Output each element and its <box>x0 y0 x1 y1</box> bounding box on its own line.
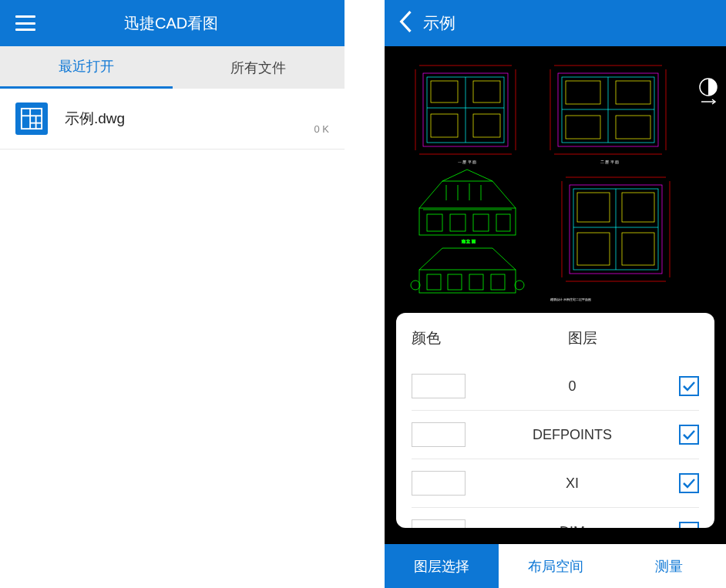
layer-row: DEFPOINTS <box>412 411 699 459</box>
right-phone-screen: 示例 一 层 平 面 <box>385 0 726 588</box>
color-swatch[interactable] <box>412 471 466 496</box>
cad-viewport[interactable]: 一 层 平 面 二 层 平 面 <box>385 46 726 308</box>
left-phone-screen: 迅捷CAD看图 最近打开 所有文件 示例.dwg 0 K <box>0 0 345 588</box>
bottom-toolbar: 图层选择 布局空间 测量 <box>385 544 726 588</box>
layer-panel-header: 颜色 图层 <box>412 328 699 348</box>
bottom-tab-measure[interactable]: 测量 <box>612 544 726 588</box>
svg-rect-12 <box>473 81 500 102</box>
bottom-tab-layers[interactable]: 图层选择 <box>385 544 499 588</box>
svg-rect-57 <box>577 233 610 265</box>
svg-rect-45 <box>427 274 441 290</box>
svg-rect-48 <box>491 274 505 290</box>
svg-rect-13 <box>431 114 458 137</box>
layer-name-label: DEFPOINTS <box>466 427 679 443</box>
svg-rect-25 <box>616 81 650 104</box>
color-swatch[interactable] <box>412 422 466 447</box>
layer-panel: 颜色 图层 0 DEFPOINTS XI D <box>396 313 714 528</box>
drawing-title: 示例 <box>423 12 455 34</box>
svg-rect-47 <box>469 274 483 290</box>
layer-visibility-checkbox[interactable] <box>679 473 699 493</box>
left-header: 迅捷CAD看图 <box>0 0 345 46</box>
column-color-label: 颜色 <box>412 328 489 348</box>
file-tabs: 最近打开 所有文件 <box>0 46 345 89</box>
bottom-tab-layout[interactable]: 布局空间 <box>499 544 613 588</box>
svg-rect-38 <box>496 214 510 231</box>
svg-rect-36 <box>450 214 466 231</box>
back-button[interactable] <box>398 10 412 36</box>
file-size-label: 0 K <box>314 123 329 135</box>
right-header: 示例 <box>385 0 726 46</box>
svg-rect-35 <box>427 214 442 231</box>
svg-rect-14 <box>473 114 500 137</box>
svg-rect-58 <box>622 233 654 265</box>
layer-visibility-checkbox[interactable] <box>679 376 699 396</box>
menu-icon[interactable] <box>15 15 35 31</box>
dwg-file-icon <box>15 102 48 135</box>
svg-rect-27 <box>616 116 650 139</box>
svg-rect-11 <box>431 81 458 102</box>
svg-text:南 立 面: 南 立 面 <box>462 239 476 244</box>
layer-row: XI <box>412 459 699 508</box>
svg-rect-46 <box>448 274 462 290</box>
file-name-label: 示例.dwg <box>65 109 314 129</box>
svg-rect-55 <box>577 193 610 222</box>
svg-text:建筑设计  示例住宅二层平面图: 建筑设计 示例住宅二层平面图 <box>550 297 591 301</box>
app-title: 迅捷CAD看图 <box>124 13 218 34</box>
cad-drawing: 一 层 平 面 二 层 平 面 <box>385 46 726 308</box>
tab-all[interactable]: 所有文件 <box>173 46 345 89</box>
svg-rect-37 <box>473 214 489 231</box>
svg-rect-56 <box>622 193 654 222</box>
svg-text:一 层 平 面: 一 层 平 面 <box>458 160 476 164</box>
layer-name-label: 0 <box>466 378 679 395</box>
color-swatch[interactable] <box>412 374 466 398</box>
layer-row: DIM <box>412 508 699 528</box>
svg-rect-24 <box>566 81 600 104</box>
layer-row: 0 <box>412 362 699 411</box>
tab-recent[interactable]: 最近打开 <box>0 46 173 89</box>
panel-tail-icon <box>435 526 453 528</box>
svg-point-50 <box>515 281 524 290</box>
svg-rect-44 <box>419 270 516 293</box>
compass-icon <box>698 77 718 106</box>
file-list-item[interactable]: 示例.dwg 0 K <box>0 89 345 150</box>
svg-rect-26 <box>566 116 600 139</box>
layer-name-label: DIM <box>466 524 679 529</box>
layer-visibility-checkbox[interactable] <box>679 425 699 445</box>
svg-rect-0 <box>22 109 42 129</box>
layer-name-label: XI <box>466 475 679 492</box>
layer-visibility-checkbox[interactable] <box>679 522 699 528</box>
svg-point-49 <box>411 281 420 290</box>
column-layer-label: 图层 <box>489 328 676 348</box>
svg-text:二 层 平 面: 二 层 平 面 <box>600 160 619 164</box>
